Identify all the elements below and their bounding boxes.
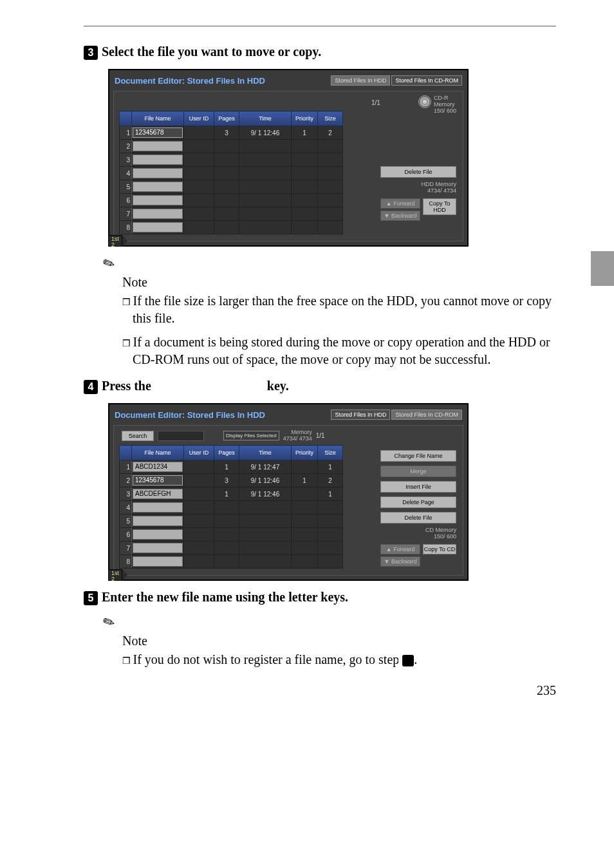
step-ref-6: 6 [402, 655, 414, 666]
insert-file-button[interactable]: Insert File [380, 481, 456, 493]
col-file[interactable]: File Name [132, 111, 184, 126]
file-entry[interactable] [133, 168, 183, 178]
file-table: File Name User ID Pages Time Priority Si… [119, 111, 343, 234]
step-3-number: 3 [84, 46, 98, 60]
table-row[interactable]: 5 [120, 514, 343, 528]
file-entry[interactable] [133, 141, 183, 151]
table-row[interactable]: 3 ABCDEFGH 1 9/ 1 12:46 1 [120, 487, 343, 501]
page-tab[interactable]: 1st2 [108, 235, 136, 247]
col-pages[interactable]: Pages [214, 446, 239, 460]
table-row[interactable]: 3 [120, 153, 343, 167]
step-4-text: Press the key. [102, 379, 289, 393]
note-block-2: ✎ Note If you do not wish to register a … [103, 614, 556, 668]
tab-stored-hdd[interactable]: Stored Files In HDD [331, 75, 390, 86]
screenshot-cdrom-files: Document Editor: Stored Files In HDD Sto… [108, 69, 469, 247]
page-tab-label: 1st2 [108, 569, 122, 581]
step-5-number: 5 [84, 591, 98, 605]
col-file[interactable]: File Name [132, 446, 184, 460]
file-entry[interactable]: 12345678 [133, 127, 183, 138]
table-row[interactable]: 6 [120, 194, 343, 207]
note-item: If the file size is larger than the free… [122, 292, 556, 327]
col-size[interactable]: Size [318, 446, 343, 460]
search-input[interactable] [158, 431, 204, 441]
file-entry[interactable] [133, 182, 183, 192]
file-entry[interactable]: ABCDEFGH [133, 489, 183, 499]
col-user[interactable]: User ID [184, 111, 214, 126]
table-row[interactable]: 2 12345678 3 9/ 1 12:46 1 2 [120, 474, 343, 487]
table-row[interactable]: 5 [120, 180, 343, 194]
step-4: 4 Press the key. [84, 379, 556, 394]
top-rule [84, 26, 556, 26]
file-entry[interactable] [133, 209, 183, 219]
panel-title: Document Editor: Stored Files In HDD [115, 76, 265, 86]
change-file-name-button[interactable]: Change File Name [380, 450, 456, 462]
pencil-icon: ✎ [100, 254, 117, 274]
delete-file-button[interactable]: Delete File [380, 512, 456, 524]
table-row[interactable]: 4 [120, 167, 343, 180]
col-pages[interactable]: Pages [214, 111, 239, 126]
step-3-text: Select the file you want to move or copy… [102, 44, 321, 59]
forward-button[interactable]: ▲ Forward [380, 198, 420, 209]
cd-mem-value: 150/ 600 [380, 534, 456, 540]
display-files-selected-button[interactable]: Display Files Selected [223, 431, 279, 440]
col-time[interactable]: Time [239, 111, 292, 126]
page-indicator: 1/1 [316, 432, 325, 439]
search-button[interactable]: Search [122, 431, 154, 441]
note-block-1: ✎ Note If the file size is larger than t… [103, 256, 556, 368]
file-entry[interactable] [133, 529, 183, 540]
file-entry[interactable] [133, 155, 183, 165]
col-time[interactable]: Time [239, 446, 292, 460]
hdd-mem-value: 4734/ 4734 [380, 188, 456, 194]
file-entry[interactable]: 12345678 [133, 475, 183, 486]
file-table: File Name User ID Pages Time Priority Si… [119, 445, 343, 569]
step-5: 5 Enter the new file name using the lett… [84, 590, 556, 605]
tab-stored-cdrom[interactable]: Stored Files In CD-ROM [391, 410, 462, 420]
file-entry[interactable] [133, 543, 183, 553]
merge-button[interactable]: Merge [380, 466, 456, 477]
page-number: 235 [537, 683, 556, 698]
col-size[interactable]: Size [318, 111, 343, 126]
screenshot-hdd-files: Document Editor: Stored Files In HDD Sto… [108, 403, 469, 581]
table-row[interactable]: 1 ABCD1234 1 9/ 1 12:47 1 [120, 460, 343, 474]
file-entry[interactable] [133, 502, 183, 513]
file-entry[interactable] [133, 556, 183, 567]
col-user[interactable]: User ID [184, 446, 214, 460]
section-tab [591, 251, 614, 286]
copy-to-cd-button[interactable]: Copy To CD [423, 544, 456, 554]
table-row[interactable]: 1 12345678 3 9/ 1 12:46 1 2 [120, 126, 343, 140]
tab-stored-cdrom[interactable]: Stored Files In CD-ROM [391, 75, 462, 86]
note-heading: Note [122, 634, 556, 648]
backward-button[interactable]: ▼ Backward [380, 211, 420, 221]
tab-stored-hdd[interactable]: Stored Files In HDD [331, 410, 390, 420]
step-5-text: Enter the new file name using the letter… [102, 590, 348, 605]
right-rail: Change File Name Merge Insert File Delet… [380, 450, 456, 567]
backward-button[interactable]: ▼ Backward [380, 556, 420, 567]
mem-value: 4734/ 4734 [283, 436, 312, 442]
page-indicator: 1/1 [371, 99, 380, 106]
page-tab-label: 1st2 [108, 235, 122, 247]
file-entry[interactable] [133, 516, 183, 526]
table-row[interactable]: 4 [120, 501, 343, 514]
note-item: If a document is being stored during the… [122, 334, 556, 368]
table-row[interactable]: 7 [120, 542, 343, 555]
table-row[interactable]: 6 [120, 528, 343, 542]
page-tab[interactable]: 1st2 [108, 569, 136, 581]
page: 3 Select the file you want to move or co… [0, 0, 614, 717]
col-priority[interactable]: Priority [292, 111, 318, 126]
delete-page-button[interactable]: Delete Page [380, 496, 456, 508]
table-row[interactable]: 2 [120, 140, 343, 153]
col-priority[interactable]: Priority [292, 446, 318, 460]
note-heading: Note [122, 275, 556, 290]
panel-title: Document Editor: Stored Files In HDD [115, 410, 265, 420]
delete-file-button[interactable]: Delete File [380, 166, 456, 178]
forward-button[interactable]: ▲ Forward [380, 544, 420, 554]
file-entry[interactable]: ABCD1234 [133, 462, 183, 472]
right-rail: Delete File HDD Memory 4734/ 4734 ▲ Forw… [380, 148, 456, 221]
table-row[interactable]: 7 [120, 207, 343, 221]
cdr-mem-value: 150/ 600 [434, 108, 456, 115]
file-entry[interactable] [133, 222, 183, 232]
file-entry[interactable] [133, 195, 183, 205]
table-row[interactable]: 8 [120, 555, 343, 569]
copy-to-hdd-button[interactable]: Copy To HDD [423, 198, 456, 215]
table-row[interactable]: 8 [120, 221, 343, 234]
